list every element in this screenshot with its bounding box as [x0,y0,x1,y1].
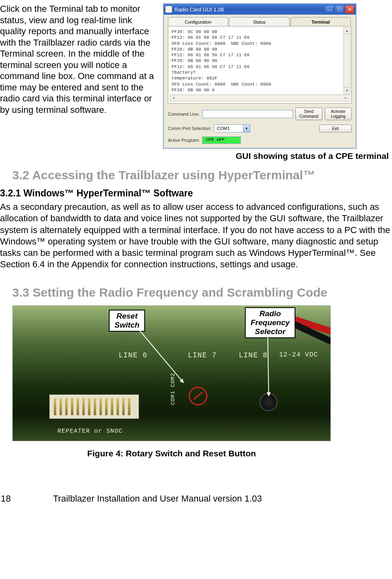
scroll-left-icon[interactable]: ◄ [172,96,175,100]
silk-com: COM1 COM2 [170,373,176,405]
page-footer: 18 Trailblazer Installation and User Man… [0,493,392,511]
exit-button[interactable]: Exit [319,125,352,133]
callout-reset-switch: Reset Switch [109,310,145,332]
section-3-3-heading: 3.3 Setting the Radio Frequency and Scra… [12,286,392,299]
circuit-board-photo: LINE 6 LINE 7 LINE 8 12-24 VDC REPEATER … [12,305,331,441]
send-command-button[interactable]: Send Command [295,108,322,120]
scroll-down-icon[interactable]: ▼ [344,87,350,94]
app-icon [165,6,172,13]
footer-doc-title: Trailblazer Installation and User Manual… [53,493,262,504]
page-number: 18 [0,493,53,504]
gui-caption: GUI showing status of a CPE terminal [0,151,389,161]
horizontal-scrollbar[interactable]: ◄ ► [170,95,350,101]
tab-configuration[interactable]: Configuration [168,17,228,26]
active-program-value: CPE APP [202,136,241,144]
callout-frequency-selector: Radio Frequency Selector [245,307,295,338]
figure-4: LINE 6 LINE 7 LINE 8 12-24 VDC REPEATER … [12,305,331,458]
window-titlebar: Radio Card GUI 1.06 — ☐ ✕ [164,4,356,15]
gui-window: Radio Card GUI 1.06 — ☐ ✕ Configuration … [163,3,357,149]
comm-port-select[interactable]: COM1 ▼ [214,124,250,132]
scroll-up-icon[interactable]: ▲ [344,28,350,34]
vertical-scrollbar[interactable]: ▲ ▼ [344,27,350,94]
callout-arrow-frequency [267,337,269,396]
silk-repeater: REPEATER or SNOC [57,428,123,435]
chevron-down-icon[interactable]: ▼ [243,125,250,132]
intro-paragraph: Click on the Terminal tab to monitor sta… [0,3,163,149]
command-line-label: Command Line: [168,112,200,117]
activate-logging-button[interactable]: Activate Logging [325,108,352,120]
tab-status[interactable]: Status [229,17,289,26]
silk-line7: LINE 7 [188,351,217,359]
tab-bar: Configuration Status Terminal [168,17,352,26]
silk-line6: LINE 6 [119,351,148,359]
comm-port-value: COM1 [214,126,243,131]
section-3-2-heading: 3.2 Accessing the Trailblazer using Hype… [12,168,392,182]
active-program-label: Active Program: [168,138,200,143]
window-title: Radio Card GUI 1.06 [174,7,324,13]
command-line-input[interactable] [202,110,293,118]
paragraph-3-2-1: As a secondary precaution, as well as to… [0,201,390,270]
maximize-button[interactable]: ☐ [335,5,344,13]
close-button[interactable]: ✕ [345,5,354,13]
comm-port-label: Comm Port Selection: [168,126,211,131]
minimize-button[interactable]: — [325,5,334,13]
pin-connector [49,394,139,419]
scroll-right-icon[interactable]: ► [344,96,348,100]
figure-4-caption: Figure 4: Rotary Switch and Reset Button [12,449,331,458]
reset-switch-marker [189,387,207,405]
terminal-output-box: FF28: 0C 00 00 00 FF12: 06 01 66 58 C7 1… [168,26,352,103]
subsection-3-2-1-heading: 3.2.1 Windows™ HyperTerminal™ Software [0,188,392,199]
terminal-output-text: FF28: 0C 00 00 00 FF12: 06 01 66 58 C7 1… [170,28,350,94]
silk-line8: LINE 8 [239,351,268,359]
tab-terminal[interactable]: Terminal [291,17,351,26]
